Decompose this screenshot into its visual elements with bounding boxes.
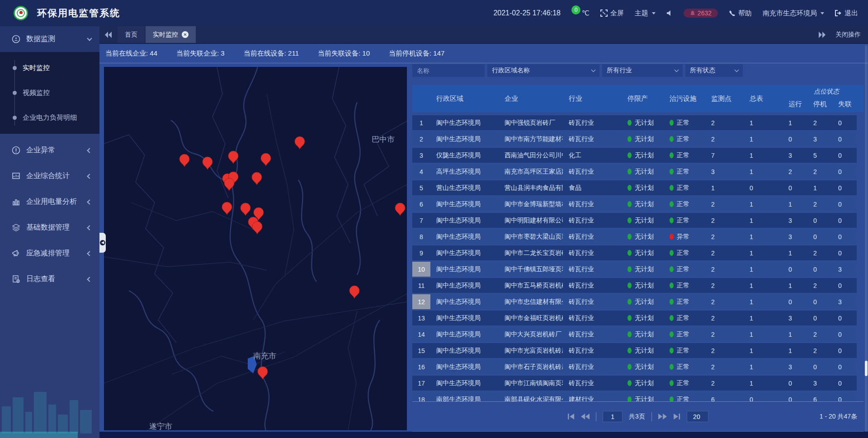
col-region: 行政区域	[430, 85, 499, 112]
sidebar-group-power-analysis[interactable]: 企业用电量分析	[0, 189, 99, 215]
table-row[interactable]: 13阆中生态环境局阆中市金福旺页岩机砖砖瓦行业无计划正常21300	[412, 311, 863, 325]
sidebar-group-enterprise-abnormal[interactable]: 企业异常	[0, 137, 99, 163]
tabs-scroll-left-button[interactable]	[99, 26, 118, 43]
page-number-input[interactable]	[603, 411, 623, 422]
close-operations-button[interactable]: 关闭操作	[835, 31, 861, 39]
cell-industry: 砖瓦行业	[563, 359, 622, 374]
status-dot-green	[670, 250, 674, 256]
table-row[interactable]: 8阆中生态环境局阆中市枣碧大梁山页岩砖瓦行业无计划异常21300	[412, 229, 863, 244]
cell-industry: 砖瓦行业	[563, 197, 622, 212]
cell-facility: 正常	[664, 197, 705, 212]
sidebar-group-data-monitoring[interactable]: 数据监测	[0, 26, 99, 52]
region-select[interactable]: 行政区域名称	[487, 64, 599, 77]
previous-page-button[interactable]	[581, 414, 590, 419]
theme-dropdown[interactable]: 主题	[635, 9, 656, 18]
status-dot-green	[627, 266, 632, 272]
cell-index: 16	[412, 359, 430, 374]
table-row[interactable]: 14阆中生态环境局阆中大兴页岩机砖厂砖瓦行业无计划正常21120	[412, 327, 863, 342]
cell-company: 南充市高坪区王家店建	[499, 164, 563, 179]
table-row[interactable]: 16阆中生态环境局阆中市石子页岩机砖厂砖瓦行业无计划正常21300	[412, 359, 863, 374]
next-page-button[interactable]	[658, 414, 667, 419]
industry-select[interactable]: 所有行业	[602, 64, 683, 77]
cell-meters: 1	[744, 343, 783, 358]
table-row[interactable]: 1阆中生态环境局阆中强锐页岩砖厂砖瓦行业无计划正常21120	[412, 115, 863, 130]
table-row[interactable]: 7阆中生态环境局阆中明阳建材有限公司砖瓦行业无计划正常21300	[412, 213, 863, 228]
cell-index: 7	[412, 213, 430, 228]
status-dot-green	[627, 152, 632, 158]
status-select[interactable]: 所有状态	[685, 64, 743, 77]
cell-stop: 2	[807, 278, 832, 293]
cell-region: 阆中生态环境局	[430, 311, 499, 325]
cell-region: 阆中生态环境局	[430, 343, 499, 358]
cell-points: 6	[705, 392, 744, 401]
table-row[interactable]: 3仪陇生态环境局西南油气田分公司川中化工无计划正常71350	[412, 148, 863, 163]
total-pages-label: 共3页	[629, 413, 645, 421]
col-limit: 停限产	[622, 85, 664, 112]
table-row[interactable]: 5营山生态环境局营山县润丰肉食品有限食品无计划正常10010	[412, 180, 863, 195]
app-title: 环保用电监管系统	[37, 7, 120, 19]
sidebar-group-log-view[interactable]: 日志查看	[0, 266, 99, 292]
table-row[interactable]: 18南部生态环境局南部县砚化水泥有限公建材行业无计划正常60060	[412, 392, 863, 401]
table-row[interactable]: 9阆中生态环境局阆中市二龙长宝页岩砖砖瓦行业无计划正常21120	[412, 245, 863, 260]
status-dot-green	[627, 299, 632, 305]
logout-button[interactable]: 退出	[835, 9, 858, 18]
status-dot-green	[627, 250, 632, 256]
notification-badge[interactable]: 2632	[684, 9, 718, 18]
map-panel[interactable]: 巴中市南充市遂宁市	[104, 67, 407, 430]
first-page-button[interactable]	[567, 414, 575, 419]
sidebar-group-base-data[interactable]: 基础数据管理	[0, 215, 99, 240]
alert-circle-icon	[12, 146, 20, 155]
cell-index: 17	[412, 376, 430, 391]
status-dot-green	[670, 331, 674, 337]
cell-region: 阆中生态环境局	[430, 229, 499, 244]
sidebar-item-power-load-detail[interactable]: 企业电力负荷明细	[0, 105, 99, 130]
sidebar-submenu: 实时监控 视频监控 企业电力负荷明细	[0, 52, 99, 134]
sidebar-item-realtime-monitoring[interactable]: 实时监控	[0, 56, 99, 80]
cell-run: 1	[783, 115, 807, 130]
tab-close-icon[interactable]: ✕	[182, 31, 189, 38]
mute-button[interactable]	[666, 10, 673, 16]
cell-index: 13	[412, 311, 430, 325]
cell-points: 2	[705, 132, 744, 146]
table-row[interactable]: 15阆中生态环境局阆中市光富页岩机砖厂砖瓦行业无计划正常21120	[412, 343, 863, 358]
cell-company: 阆中市南方节能建材有	[499, 132, 563, 146]
cell-region: 阆中生态环境局	[430, 245, 499, 260]
table-row[interactable]: 2阆中生态环境局阆中市南方节能建材有砖瓦行业无计划正常21030	[412, 132, 863, 146]
help-button[interactable]: 帮助	[729, 9, 752, 18]
sidebar-item-video-monitoring[interactable]: 视频监控	[0, 80, 99, 105]
sidebar-collapse-handle[interactable]: ◀	[99, 233, 106, 253]
cell-meters: 1	[744, 359, 783, 374]
double-chevron-right-icon[interactable]	[818, 32, 826, 38]
log-document-icon	[12, 275, 20, 283]
chevron-down-icon	[87, 36, 92, 41]
name-search-input[interactable]	[412, 64, 485, 77]
double-chevron-left-icon	[105, 32, 112, 38]
fullscreen-button[interactable]: 全屏	[600, 9, 624, 18]
last-page-button[interactable]	[673, 414, 680, 419]
sidebar-group-enterprise-statistics[interactable]: 企业综合统计	[0, 163, 99, 189]
page-size-select[interactable]: 20	[687, 411, 708, 422]
cell-facility: 正常	[664, 164, 705, 179]
table-row[interactable]: 17阆中生态环境局阆中市江南镇阆南页岩砖瓦行业无计划正常21030	[412, 376, 863, 391]
status-dot-green	[627, 331, 632, 337]
cell-limit: 无计划	[622, 245, 664, 260]
status-dot-green	[670, 396, 674, 401]
cell-meters: 0	[744, 180, 783, 195]
sidebar-group-emergency-reduction[interactable]: 应急减排管理	[0, 240, 99, 266]
table-row[interactable]: 6阆中生态环境局阆中市金博瑞新型墙材砖瓦行业无计划正常21120	[412, 197, 863, 212]
org-dropdown[interactable]: 南充市生态环境局	[763, 9, 824, 18]
status-dot-green	[627, 364, 632, 370]
table-row[interactable]: 10阆中生态环境局阆中千佛镇五郎垭页岩砖瓦行业无计划正常21003	[412, 262, 863, 277]
fullscreen-icon	[600, 9, 608, 17]
tab-home[interactable]: 首页	[118, 26, 145, 43]
scrollbar-thumb[interactable]	[865, 361, 868, 376]
table-row[interactable]: 12阆中生态环境局阆中市忠信建材有限公砖瓦行业无计划正常21003	[412, 294, 863, 309]
cell-lost: 0	[832, 213, 857, 228]
logout-icon	[835, 10, 842, 16]
table-row[interactable]: 11阆中生态环境局阆中市五马桥页岩机砖砖瓦行业无计划正常21120	[412, 278, 863, 293]
cell-points: 2	[705, 229, 744, 244]
tab-realtime-monitoring[interactable]: 实时监控 ✕	[146, 26, 196, 43]
table-row[interactable]: 4高坪生态环境局南充市高坪区王家店建砖瓦行业无计划正常31220	[412, 164, 863, 179]
chevron-left-icon	[87, 199, 92, 204]
cell-company: 阆中市江南镇阆南页岩	[499, 376, 563, 391]
